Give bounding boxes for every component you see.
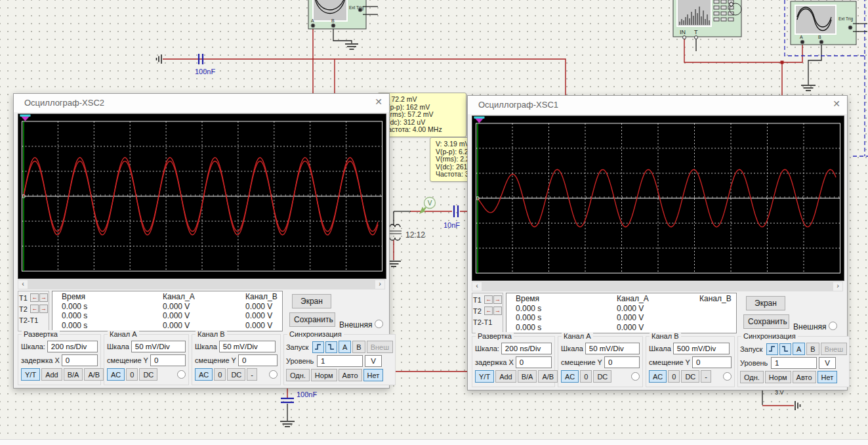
trigger-level-unit[interactable]: V	[819, 357, 836, 369]
trigger-single-button[interactable]: Одн.	[286, 369, 310, 381]
trigger-auto-button[interactable]: Авто	[793, 371, 816, 383]
ba-mode-button[interactable]: B/A	[518, 370, 537, 383]
t1-right-button[interactable]: →	[39, 293, 48, 302]
channel-a-ac-button[interactable]: AC	[561, 370, 579, 383]
falling-edge-button[interactable]	[779, 343, 791, 355]
channel-a-scale-input[interactable]: 50 mV/Div	[131, 341, 186, 352]
probe-tooltip: V: 72.2 mVV(p-p): 162 mVV(rms): 57.2 mVV…	[377, 93, 466, 137]
screen-button[interactable]: Экран	[292, 294, 331, 308]
trigger-normal-button[interactable]: Норм	[765, 371, 791, 383]
channel-b-minus-button[interactable]: -	[701, 370, 711, 383]
external-trigger-radio[interactable]	[375, 320, 383, 328]
scroll-right-arrow[interactable]: ›	[833, 282, 842, 291]
trigger-start-label: Запуск	[286, 343, 311, 351]
channel-a-scale-input[interactable]: 50 mV/Div	[585, 343, 640, 354]
channel-a-zero-button[interactable]: 0	[580, 370, 592, 383]
channel-a-ac-button[interactable]: AC	[107, 368, 125, 381]
close-icon[interactable]: ✕	[375, 96, 382, 107]
window-titlebar[interactable]: Осциллограф-XSC2 ✕	[14, 94, 389, 112]
channel-b-group: Канал В Шкала 500 mV/Div смещение Y 0 AC…	[646, 336, 735, 387]
channel-b-dc-button[interactable]: DC	[681, 370, 699, 383]
channel-b-radio[interactable]	[723, 372, 732, 381]
trigger-source-ext-button[interactable]: Внеш	[367, 341, 393, 353]
oscilloscope-instrument-icon-right[interactable]: Ext Trig A B	[791, 1, 867, 45]
t1-left-button[interactable]: ←	[484, 295, 493, 304]
yt-mode-button[interactable]: Y/T	[475, 370, 494, 383]
offset-label: смещение Y	[107, 356, 148, 364]
channel-a-dc-button[interactable]: DC	[139, 368, 157, 381]
ab-mode-button[interactable]: A/B	[538, 370, 558, 383]
scroll-left-arrow[interactable]: ‹	[18, 280, 28, 289]
channel-b-minus-button[interactable]: -	[247, 368, 257, 381]
trigger-source-ext-button[interactable]: Внеш	[821, 343, 847, 355]
t2-left-button[interactable]: ←	[30, 305, 39, 313]
window-titlebar[interactable]: Осциллограф-XSC1 ✕	[468, 96, 847, 114]
timebase-delay-input[interactable]: 0	[62, 354, 98, 366]
save-button[interactable]: Сохранить	[743, 314, 789, 329]
rising-edge-button[interactable]	[312, 341, 324, 353]
timebase-scale-input[interactable]: 200 ns/Div	[47, 341, 98, 352]
timebase-scale-input[interactable]: 200 ns/Div	[501, 343, 552, 354]
add-mode-button[interactable]: Add	[495, 370, 516, 383]
channel-b-zero-button[interactable]: 0	[668, 370, 680, 383]
close-icon[interactable]: ✕	[833, 98, 840, 109]
offset-label: смещение Y	[195, 356, 236, 364]
channel-b-zero-button[interactable]: 0	[214, 368, 226, 381]
trigger-none-button[interactable]: Нет	[817, 371, 838, 383]
terminal-b-label: B	[818, 35, 821, 39]
channel-b-ac-button[interactable]: AC	[195, 368, 213, 381]
channel-b-radio[interactable]	[269, 370, 278, 379]
trigger-level-input[interactable]: 1	[317, 355, 363, 367]
scrollbar-thumb[interactable]	[28, 280, 375, 289]
channel-b-ac-button[interactable]: AC	[649, 370, 667, 383]
channel-b-offset-input[interactable]: 0	[692, 356, 732, 368]
oscilloscope-instrument-icon-left[interactable]: Ext Trig A B	[308, 0, 378, 29]
save-button[interactable]: Сохранить	[289, 312, 335, 327]
external-trigger-radio[interactable]	[829, 322, 837, 330]
trigger-source-a-button[interactable]: A	[339, 341, 351, 353]
trigger-source-a-button[interactable]: A	[793, 343, 805, 355]
trigger-source-b-button[interactable]: B	[806, 343, 819, 355]
trigger-source-b-button[interactable]: B	[352, 341, 365, 353]
ab-mode-button[interactable]: A/B	[84, 368, 104, 381]
table-cell: 0.000 V	[608, 313, 690, 323]
trigger-none-button[interactable]: Нет	[363, 369, 384, 381]
scroll-left-arrow[interactable]: ‹	[472, 282, 482, 291]
trigger-normal-button[interactable]: Норм	[311, 369, 337, 381]
external-trigger-label: Внешняя	[793, 322, 827, 331]
channel-b-offset-input[interactable]: 0	[238, 354, 278, 366]
screen-button[interactable]: Экран	[746, 296, 785, 310]
terminal-a-label: A	[311, 18, 314, 23]
channel-a-offset-input[interactable]: 0	[604, 356, 640, 368]
trigger-level-unit[interactable]: V	[365, 355, 382, 367]
channel-b-dc-button[interactable]: DC	[227, 368, 245, 381]
t1-right-button[interactable]: →	[493, 295, 502, 304]
channel-a-radio[interactable]	[631, 372, 640, 381]
spectrum-analyzer-icon[interactable]: IN T	[673, 0, 741, 39]
t2-right-button[interactable]: →	[493, 307, 502, 315]
offset-label: смещение Y	[649, 358, 690, 366]
channel-b-scale-input[interactable]: 500 mV/Div	[673, 343, 730, 354]
t2-left-button[interactable]: ←	[484, 307, 493, 315]
scroll-right-arrow[interactable]: ›	[375, 280, 384, 289]
channel-a-radio[interactable]	[177, 370, 186, 379]
ba-mode-button[interactable]: B/A	[64, 368, 83, 381]
channel-b-scale-input[interactable]: 50 mV/Div	[219, 341, 276, 352]
table-cell	[690, 323, 737, 333]
channel-a-zero-button[interactable]: 0	[126, 368, 138, 381]
rising-edge-button[interactable]	[766, 343, 778, 355]
timebase-delay-input[interactable]: 0	[516, 356, 552, 368]
falling-edge-button[interactable]	[325, 341, 337, 353]
trigger-level-input[interactable]: 1	[771, 357, 817, 369]
horizontal-scrollbar[interactable]: ‹ ›	[18, 280, 385, 289]
trigger-single-button[interactable]: Одн.	[740, 371, 764, 383]
add-mode-button[interactable]: Add	[41, 368, 62, 381]
channel-a-offset-input[interactable]: 0	[150, 354, 186, 366]
yt-mode-button[interactable]: Y/T	[21, 368, 40, 381]
channel-a-dc-button[interactable]: DC	[593, 370, 611, 383]
horizontal-scrollbar[interactable]: ‹ ›	[472, 282, 843, 291]
trigger-auto-button[interactable]: Авто	[339, 369, 362, 381]
scrollbar-thumb[interactable]	[482, 282, 833, 291]
t2-right-button[interactable]: →	[39, 305, 48, 313]
t1-left-button[interactable]: ←	[30, 293, 39, 302]
